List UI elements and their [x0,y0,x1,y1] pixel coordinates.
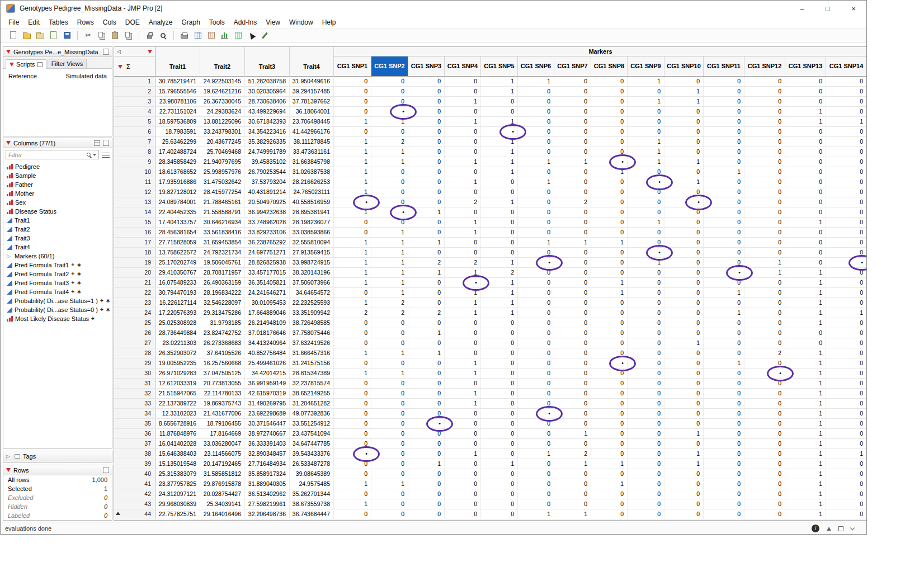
cell-snp[interactable]: 0 [371,499,408,509]
cell-snp[interactable]: 0 [826,459,867,469]
column-item-trait1[interactable]: Trait1 [3,216,112,225]
cell-snp[interactable]: 0 [334,409,371,418]
cell-snp[interactable]: 0 [334,228,371,237]
cell-snp[interactable]: 0 [518,379,554,388]
row-number[interactable]: 26 [114,328,155,338]
cell-trait[interactable]: 25.170202749 [155,258,200,267]
cell-snp[interactable]: 1 [334,167,371,177]
cell-snp[interactable]: 0 [591,399,628,408]
cell-snp[interactable]: 0 [664,218,704,227]
cell-trait[interactable]: 31.9793185 [200,318,245,328]
cell-snp[interactable]: • [628,248,664,257]
disclosure-icon[interactable] [6,454,12,459]
cell-snp[interactable]: 0 [591,328,628,338]
cell-snp[interactable]: 0 [554,228,591,237]
new-data-table-icon[interactable] [7,30,19,41]
row-number[interactable]: 44 [114,509,155,519]
cell-trait[interactable]: 18.79106455 [200,419,245,428]
cell-trait[interactable]: 16.226127114 [155,298,200,308]
cell-trait[interactable]: 33.038593866 [290,228,334,237]
cell-trait[interactable]: 33.351909942 [290,308,334,318]
cell-snp[interactable]: 0 [744,409,785,418]
cell-snp[interactable]: 0 [628,298,664,308]
cell-snp[interactable]: 0 [591,369,628,378]
cell-snp[interactable]: 2 [481,268,518,277]
cell-snp[interactable]: 0 [664,228,704,237]
maximize-button[interactable]: □ [815,1,841,16]
cell-snp[interactable]: 0 [785,87,826,96]
row-number[interactable]: 4 [114,107,155,116]
cell-trait[interactable]: 29.876915878 [200,479,245,489]
cell-trait[interactable]: 32.890348457 [245,449,290,459]
cell-snp[interactable]: 0 [826,419,867,428]
cell-snp[interactable]: 1 [554,509,591,519]
cell-snp[interactable]: 0 [628,187,664,197]
cell-snp[interactable]: 1 [445,218,481,227]
cell-snp[interactable]: 1 [371,268,408,277]
cell-snp[interactable]: 0 [744,338,785,348]
cell-snp[interactable]: 0 [518,147,554,157]
select-tool-icon[interactable] [246,30,257,41]
cell-snp[interactable]: 0 [664,117,704,126]
cell-snp[interactable]: 0 [518,137,554,147]
cell-snp[interactable]: 0 [371,338,408,348]
cell-snp[interactable]: 0 [371,399,408,408]
cell-trait[interactable]: 26.490363159 [200,278,245,287]
cell-snp[interactable]: 0 [628,348,664,358]
cell-snp[interactable]: 1 [785,268,826,277]
cell-snp[interactable]: 1 [371,278,408,287]
cell-snp[interactable]: 0 [744,489,785,499]
summary-icon[interactable] [232,30,244,41]
cell-trait[interactable]: 31.241575156 [290,358,334,368]
cell-snp[interactable]: 0 [481,207,518,217]
cell-snp[interactable]: 0 [334,379,371,388]
cell-snp[interactable]: 1 [334,238,371,247]
cell-snp[interactable]: 0 [664,137,704,147]
cell-snp[interactable]: 0 [554,278,591,287]
cell-snp[interactable]: 0 [826,439,867,448]
cell-snp[interactable]: 0 [704,459,744,469]
cell-trait[interactable]: 22.404452335 [155,207,200,217]
column-header-cg1-snp5[interactable]: CG1 SNP5 [481,56,518,76]
filter-settings-icon[interactable] [102,152,110,158]
column-item-disease-status[interactable]: Disease Status [3,207,112,216]
cell-snp[interactable]: 2 [371,308,408,318]
cell-trait[interactable]: 38.673559738 [290,499,334,509]
collapse-panel-icon[interactable] [103,140,109,146]
cell-snp[interactable]: 0 [481,469,518,479]
cell-snp[interactable]: 0 [445,328,481,338]
cell-snp[interactable]: 0 [445,429,481,438]
cell-snp[interactable]: 2 [554,197,591,207]
cell-snp[interactable]: 0 [628,379,664,388]
new-script-icon[interactable] [48,30,59,41]
cell-snp[interactable]: 0 [334,77,371,86]
cell-snp[interactable]: 0 [591,338,628,348]
cell-snp[interactable]: 1 [591,479,628,489]
column-item-mother[interactable]: Mother [3,189,112,198]
cell-snp[interactable]: 0 [826,187,867,197]
cell-snp[interactable]: 1 [554,238,591,247]
cell-snp[interactable]: 1 [785,369,826,378]
cell-snp[interactable]: 1 [628,137,664,147]
cell-snp[interactable]: 1 [445,308,481,318]
cell-snp[interactable]: 0 [704,87,744,96]
cell-snp[interactable]: 0 [744,328,785,338]
column-item-markers-60-1[interactable]: Markers (60/1) [3,252,112,261]
cell-snp[interactable]: • [518,258,554,267]
cell-snp[interactable]: 0 [408,187,445,197]
cell-snp[interactable]: 0 [481,318,518,328]
cell-trait[interactable]: 25.63462299 [155,137,200,147]
cell-snp[interactable]: 0 [744,278,785,287]
cell-trait[interactable]: 39.08645389 [290,469,334,479]
column-header-cg1-snp14[interactable]: CG1 SNP14 [826,56,867,76]
cell-trait[interactable]: 21.788465161 [200,197,245,207]
cell-trait[interactable]: 20.147192465 [200,459,245,469]
cell-snp[interactable]: 0 [591,389,628,398]
row-number[interactable]: 8 [114,147,155,157]
cell-snp[interactable]: 0 [481,379,518,388]
column-item-pred-formula-trait4[interactable]: Pred Formula Trait4+∗ [3,287,112,296]
save-icon[interactable] [61,30,73,41]
row-number[interactable]: 35 [114,419,155,428]
cell-snp[interactable]: 1 [518,77,554,86]
cell-snp[interactable]: 0 [704,298,744,308]
